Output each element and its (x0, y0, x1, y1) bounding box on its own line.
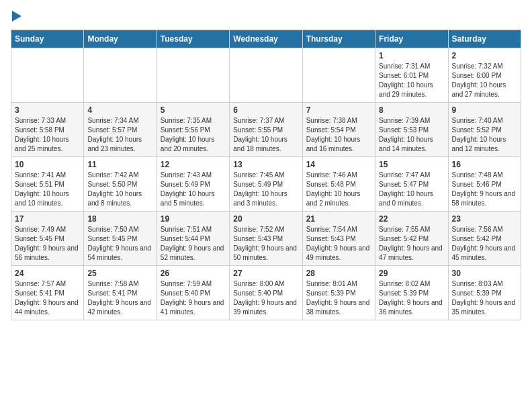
calendar-cell: 16Sunrise: 7:48 AM Sunset: 5:46 PM Dayli… (448, 157, 521, 212)
calendar-cell: 26Sunrise: 7:59 AM Sunset: 5:40 PM Dayli… (157, 266, 229, 320)
day-info: Sunrise: 7:45 AM Sunset: 5:49 PM Dayligh… (233, 171, 298, 208)
day-number: 7 (306, 105, 371, 115)
calendar-week-3: 10Sunrise: 7:41 AM Sunset: 5:51 PM Dayli… (11, 157, 521, 212)
day-info: Sunrise: 7:37 AM Sunset: 5:55 PM Dayligh… (233, 116, 298, 154)
day-number: 29 (379, 269, 444, 278)
day-info: Sunrise: 7:39 AM Sunset: 5:53 PM Dayligh… (379, 116, 444, 154)
calendar-cell: 5Sunrise: 7:35 AM Sunset: 5:56 PM Daylig… (157, 103, 229, 157)
day-number: 6 (233, 105, 298, 115)
day-number: 4 (87, 105, 152, 115)
day-info: Sunrise: 7:34 AM Sunset: 5:57 PM Dayligh… (87, 116, 152, 154)
day-info: Sunrise: 7:54 AM Sunset: 5:43 PM Dayligh… (306, 225, 371, 263)
logo (11, 11, 23, 21)
calendar-cell: 25Sunrise: 7:58 AM Sunset: 5:41 PM Dayli… (84, 266, 157, 320)
calendar-cell: 23Sunrise: 7:56 AM Sunset: 5:42 PM Dayli… (448, 212, 521, 266)
calendar-cell: 28Sunrise: 8:01 AM Sunset: 5:39 PM Dayli… (302, 266, 375, 320)
calendar-week-2: 3Sunrise: 7:33 AM Sunset: 5:58 PM Daylig… (11, 103, 521, 157)
day-info: Sunrise: 7:33 AM Sunset: 5:58 PM Dayligh… (15, 116, 80, 154)
day-info: Sunrise: 7:58 AM Sunset: 5:41 PM Dayligh… (87, 279, 152, 317)
logo-flag-icon (12, 11, 23, 21)
weekday-header-wednesday: Wednesday (230, 30, 302, 48)
day-number: 5 (161, 105, 226, 115)
weekday-header-tuesday: Tuesday (157, 30, 229, 48)
day-info: Sunrise: 8:01 AM Sunset: 5:39 PM Dayligh… (306, 279, 371, 317)
day-info: Sunrise: 7:47 AM Sunset: 5:47 PM Dayligh… (379, 171, 444, 208)
day-info: Sunrise: 7:38 AM Sunset: 5:54 PM Dayligh… (306, 116, 371, 154)
day-info: Sunrise: 7:41 AM Sunset: 5:51 PM Dayligh… (15, 171, 80, 208)
calendar-cell: 1Sunrise: 7:31 AM Sunset: 6:01 PM Daylig… (375, 48, 448, 103)
weekday-header-row: SundayMondayTuesdayWednesdayThursdayFrid… (11, 30, 521, 48)
day-number: 2 (452, 51, 517, 60)
day-number: 25 (87, 269, 152, 278)
day-info: Sunrise: 7:31 AM Sunset: 6:01 PM Dayligh… (379, 62, 444, 99)
calendar-cell: 18Sunrise: 7:50 AM Sunset: 5:45 PM Dayli… (84, 212, 157, 266)
day-info: Sunrise: 8:00 AM Sunset: 5:40 PM Dayligh… (233, 279, 298, 317)
day-number: 11 (87, 160, 152, 169)
calendar-cell: 30Sunrise: 8:03 AM Sunset: 5:39 PM Dayli… (448, 266, 521, 320)
calendar-cell: 9Sunrise: 7:40 AM Sunset: 5:52 PM Daylig… (448, 103, 521, 157)
day-info: Sunrise: 7:49 AM Sunset: 5:45 PM Dayligh… (15, 225, 80, 263)
calendar-cell: 13Sunrise: 7:45 AM Sunset: 5:49 PM Dayli… (230, 157, 302, 212)
day-number: 9 (452, 105, 517, 115)
day-info: Sunrise: 7:59 AM Sunset: 5:40 PM Dayligh… (161, 279, 226, 317)
weekday-header-saturday: Saturday (448, 30, 521, 48)
calendar-week-5: 24Sunrise: 7:57 AM Sunset: 5:41 PM Dayli… (11, 266, 521, 320)
day-info: Sunrise: 7:51 AM Sunset: 5:44 PM Dayligh… (161, 225, 226, 263)
day-info: Sunrise: 7:57 AM Sunset: 5:41 PM Dayligh… (15, 279, 80, 317)
calendar-cell (230, 48, 302, 103)
day-number: 28 (306, 269, 371, 278)
day-info: Sunrise: 7:48 AM Sunset: 5:46 PM Dayligh… (452, 171, 517, 208)
day-number: 30 (452, 269, 517, 278)
calendar-cell: 27Sunrise: 8:00 AM Sunset: 5:40 PM Dayli… (230, 266, 302, 320)
calendar-cell (11, 48, 84, 103)
day-number: 15 (379, 160, 444, 169)
calendar-cell: 21Sunrise: 7:54 AM Sunset: 5:43 PM Dayli… (302, 212, 375, 266)
day-info: Sunrise: 7:55 AM Sunset: 5:42 PM Dayligh… (379, 225, 444, 263)
calendar-cell: 7Sunrise: 7:38 AM Sunset: 5:54 PM Daylig… (302, 103, 375, 157)
calendar-cell: 29Sunrise: 8:02 AM Sunset: 5:39 PM Dayli… (375, 266, 448, 320)
calendar-cell (157, 48, 229, 103)
calendar-cell (84, 48, 157, 103)
day-number: 19 (161, 214, 226, 224)
day-number: 10 (15, 160, 80, 169)
calendar-cell: 20Sunrise: 7:52 AM Sunset: 5:43 PM Dayli… (230, 212, 302, 266)
calendar-cell: 15Sunrise: 7:47 AM Sunset: 5:47 PM Dayli… (375, 157, 448, 212)
day-number: 1 (379, 51, 444, 60)
calendar-cell: 14Sunrise: 7:46 AM Sunset: 5:48 PM Dayli… (302, 157, 375, 212)
calendar-cell (302, 48, 375, 103)
weekday-header-friday: Friday (375, 30, 448, 48)
page-header (11, 11, 521, 21)
day-number: 12 (161, 160, 226, 169)
day-number: 13 (233, 160, 298, 169)
day-number: 16 (452, 160, 517, 169)
weekday-header-sunday: Sunday (11, 30, 84, 48)
day-number: 8 (379, 105, 444, 115)
calendar-cell: 2Sunrise: 7:32 AM Sunset: 6:00 PM Daylig… (448, 48, 521, 103)
calendar-week-1: 1Sunrise: 7:31 AM Sunset: 6:01 PM Daylig… (11, 48, 521, 103)
calendar-cell: 11Sunrise: 7:42 AM Sunset: 5:50 PM Dayli… (84, 157, 157, 212)
calendar-cell: 22Sunrise: 7:55 AM Sunset: 5:42 PM Dayli… (375, 212, 448, 266)
day-info: Sunrise: 7:56 AM Sunset: 5:42 PM Dayligh… (452, 225, 517, 263)
weekday-header-thursday: Thursday (302, 30, 375, 48)
day-info: Sunrise: 7:40 AM Sunset: 5:52 PM Dayligh… (452, 116, 517, 154)
calendar-cell: 4Sunrise: 7:34 AM Sunset: 5:57 PM Daylig… (84, 103, 157, 157)
day-number: 24 (15, 269, 80, 278)
calendar-cell: 17Sunrise: 7:49 AM Sunset: 5:45 PM Dayli… (11, 212, 84, 266)
day-info: Sunrise: 7:50 AM Sunset: 5:45 PM Dayligh… (87, 225, 152, 263)
calendar-cell: 8Sunrise: 7:39 AM Sunset: 5:53 PM Daylig… (375, 103, 448, 157)
day-info: Sunrise: 7:52 AM Sunset: 5:43 PM Dayligh… (233, 225, 298, 263)
weekday-header-monday: Monday (84, 30, 157, 48)
calendar-cell: 10Sunrise: 7:41 AM Sunset: 5:51 PM Dayli… (11, 157, 84, 212)
day-number: 23 (452, 214, 517, 224)
calendar-cell: 6Sunrise: 7:37 AM Sunset: 5:55 PM Daylig… (230, 103, 302, 157)
day-info: Sunrise: 7:43 AM Sunset: 5:49 PM Dayligh… (161, 171, 226, 208)
day-number: 20 (233, 214, 298, 224)
day-info: Sunrise: 7:42 AM Sunset: 5:50 PM Dayligh… (87, 171, 152, 208)
calendar-week-4: 17Sunrise: 7:49 AM Sunset: 5:45 PM Dayli… (11, 212, 521, 266)
calendar-cell: 12Sunrise: 7:43 AM Sunset: 5:49 PM Dayli… (157, 157, 229, 212)
day-info: Sunrise: 7:32 AM Sunset: 6:00 PM Dayligh… (452, 62, 517, 99)
day-number: 27 (233, 269, 298, 278)
calendar-cell: 19Sunrise: 7:51 AM Sunset: 5:44 PM Dayli… (157, 212, 229, 266)
day-number: 22 (379, 214, 444, 224)
calendar-cell: 3Sunrise: 7:33 AM Sunset: 5:58 PM Daylig… (11, 103, 84, 157)
